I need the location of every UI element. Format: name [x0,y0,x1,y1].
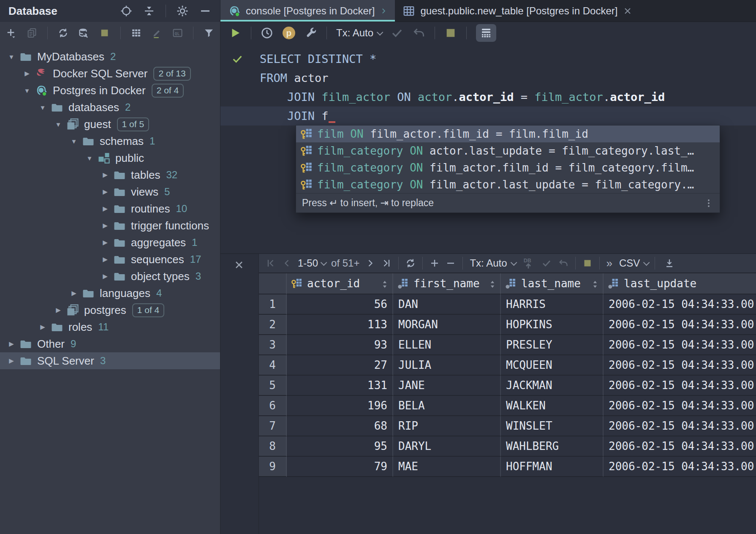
tree-item-sql-server[interactable]: ▶SQL Server3 [0,352,220,369]
reload-data-button[interactable] [405,258,416,268]
page-range-select[interactable]: 1-50 [298,257,325,269]
next-page-button[interactable] [365,258,375,268]
expand-arrow[interactable]: ▶ [100,239,111,246]
hide-button[interactable] [199,5,212,17]
tablegrid-button[interactable] [131,27,141,39]
cell-actor_id-row5[interactable]: 131 [287,376,393,396]
stop-button[interactable] [99,27,110,39]
export-data-button[interactable] [664,258,674,268]
column-header-first_name[interactable]: first_name [393,273,501,294]
hidden-toolbar-chevrons[interactable]: » [606,257,612,270]
refresh-button[interactable] [58,27,68,39]
postgres-dialect-badge[interactable]: p [283,27,295,39]
stop-button[interactable] [444,27,457,39]
row-number-5[interactable]: 5 [259,376,287,396]
completion-item-3[interactable]: film_category ON film_actor.film_id = fi… [296,159,720,176]
expand-arrow[interactable]: ▶ [100,222,111,229]
row-number-1[interactable]: 1 [259,294,287,315]
cell-actor_id-row9[interactable]: 79 [287,457,393,477]
cell-first_name-row7[interactable]: RIP [393,416,501,436]
cell-actor_id-row6[interactable]: 196 [287,396,393,416]
dbwrench-button[interactable] [79,27,89,39]
cell-actor_id-row3[interactable]: 93 [287,335,393,355]
close-tab-icon[interactable] [623,6,633,16]
submit-to-database-button[interactable]: DB [522,257,535,270]
column-header-actor_id[interactable]: actor_id [287,273,393,294]
tree-item-languages[interactable]: ▶languages4 [0,285,220,302]
tree-item-mydatabases[interactable]: ▼MyDatabases2 [0,48,220,65]
expand-arrow[interactable]: ▶ [100,188,111,196]
sort-icon[interactable] [381,279,388,288]
row-number-8[interactable]: 8 [259,436,287,457]
cell-last_name-row8[interactable]: WAHLBERG [501,436,604,457]
expand-arrow[interactable]: ▶ [22,70,33,77]
expand-arrow[interactable]: ▶ [37,323,48,331]
row-number-9[interactable]: 9 [259,457,287,477]
addplus-button[interactable] [6,27,16,39]
cell-first_name-row9[interactable]: MAE [393,457,501,477]
expand-arrow[interactable]: ▼ [6,53,17,60]
results-tx-mode-select[interactable]: Tx: Auto [470,257,515,269]
tab-new-table[interactable]: guest.public.new_table [Postgres in Dock… [395,0,640,22]
cell-last_update-row5[interactable]: 2006-02-15 04:34:33.00 [604,376,756,396]
cell-first_name-row4[interactable]: JULIA [393,355,501,376]
row-number-4[interactable]: 4 [259,355,287,376]
column-header-last_name[interactable]: last_name [501,273,604,294]
gear-button[interactable] [176,5,189,17]
tx-mode-select[interactable]: Tx: Auto [336,27,381,39]
add-row-button[interactable] [430,258,440,268]
completion-item-4[interactable]: film_category ON film_actor.last_update … [296,176,720,193]
cell-last_update-row2[interactable]: 2006-02-15 04:34:33.00 [604,315,756,335]
run-button[interactable] [229,27,242,39]
pencil-button[interactable] [152,27,162,39]
rollback-button[interactable] [413,27,425,39]
cell-last_update-row7[interactable]: 2006-02-15 04:34:33.00 [604,416,756,436]
row-number-3[interactable]: 3 [259,335,287,355]
last-page-button[interactable] [381,258,392,268]
in-editor-results-toggle[interactable] [476,24,496,42]
tree-item-postgres[interactable]: ▶postgres1 of 4 [0,302,220,319]
ql-button[interactable]: QL [172,27,183,39]
expand-arrow[interactable]: ▼ [68,138,79,145]
cell-last_update-row4[interactable]: 2006-02-15 04:34:33.00 [604,355,756,376]
cell-actor_id-row2[interactable]: 113 [287,315,393,335]
cell-last_name-row5[interactable]: JACKMAN [501,376,604,396]
more-options-icon[interactable] [704,198,714,208]
commit-button[interactable] [391,27,403,39]
tree-item-postgres-in-docker[interactable]: ▼Postgres in Docker2 of 4 [0,82,220,99]
cell-actor_id-row1[interactable]: 56 [287,294,393,315]
cell-actor_id-row8[interactable]: 95 [287,436,393,457]
cell-actor_id-row7[interactable]: 68 [287,416,393,436]
cell-last_name-row6[interactable]: WALKEN [501,396,604,416]
tree-item-views[interactable]: ▶views5 [0,183,220,200]
sort-icon[interactable] [489,279,496,288]
cell-last_update-row3[interactable]: 2006-02-15 04:34:33.00 [604,335,756,355]
tree-item-trigger-functions[interactable]: ▶trigger functions [0,217,220,234]
row-number-7[interactable]: 7 [259,416,287,436]
expand-arrow[interactable]: ▶ [100,205,111,213]
tree-item-routines[interactable]: ▶routines10 [0,200,220,217]
cell-last_name-row2[interactable]: HOPKINS [501,315,604,335]
cell-first_name-row3[interactable]: ELLEN [393,335,501,355]
history-button[interactable] [261,27,273,39]
sql-editor[interactable]: SELECT DISTINCT *FROM actor JOIN film_ac… [220,44,756,253]
tree-item-roles[interactable]: ▶roles11 [0,319,220,335]
tree-item-docker-sql-server[interactable]: ▶Docker SQL Server2 of 13 [0,65,220,82]
expand-arrow[interactable]: ▼ [53,121,64,128]
cell-last_update-row9[interactable]: 2006-02-15 04:34:33.00 [604,457,756,477]
cell-first_name-row6[interactable]: BELA [393,396,501,416]
expand-arrow[interactable]: ▶ [68,289,79,297]
first-page-button[interactable] [266,258,276,268]
sort-icon[interactable] [592,279,598,288]
tree-item-tables[interactable]: ▶tables32 [0,166,220,183]
tree-item-databases[interactable]: ▼databases2 [0,99,220,116]
cell-last_update-row8[interactable]: 2006-02-15 04:34:33.00 [604,436,756,457]
row-number-6[interactable]: 6 [259,396,287,416]
expand-arrow[interactable]: ▼ [22,87,33,94]
cell-first_name-row5[interactable]: JANE [393,376,501,396]
expand-arrow[interactable]: ▶ [6,340,17,348]
filter-button[interactable] [204,27,214,39]
close-results-button[interactable] [233,259,245,271]
cell-last_update-row1[interactable]: 2006-02-15 04:34:33.00 [604,294,756,315]
cell-actor_id-row4[interactable]: 27 [287,355,393,376]
